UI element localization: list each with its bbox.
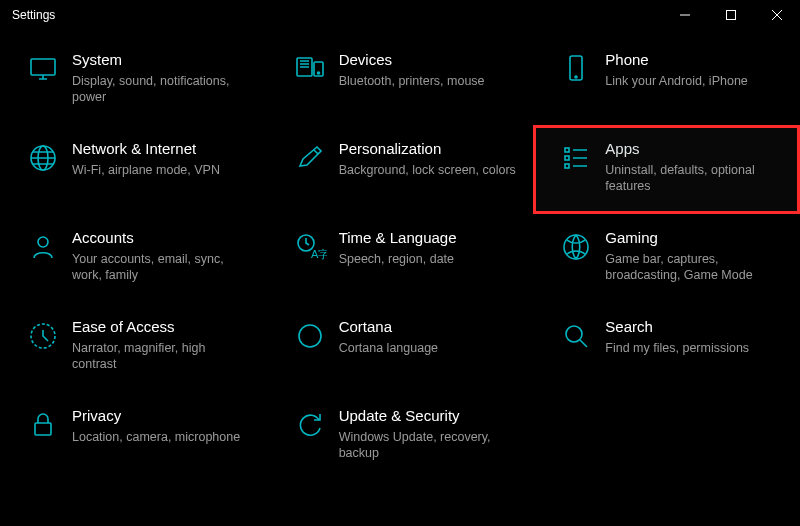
tile-gaming[interactable]: Gaming Game bar, captures, broadcasting,…: [533, 214, 800, 303]
search-icon: [547, 317, 605, 353]
tile-title: Privacy: [72, 406, 251, 426]
settings-grid: System Display, sound, notifications, po…: [0, 30, 800, 481]
svg-rect-9: [565, 148, 569, 152]
tile-title: System: [72, 50, 251, 70]
svg-rect-11: [565, 164, 569, 168]
tile-update[interactable]: Update & Security Windows Update, recove…: [267, 392, 534, 481]
cortana-icon: [281, 317, 339, 353]
tile-title: Update & Security: [339, 406, 518, 426]
gaming-icon: [547, 228, 605, 264]
tile-desc: Display, sound, notifications, power: [72, 73, 251, 105]
tile-privacy[interactable]: Privacy Location, camera, microphone: [0, 392, 267, 481]
tile-title: Network & Internet: [72, 139, 251, 159]
personalization-icon: [281, 139, 339, 175]
svg-rect-10: [565, 156, 569, 160]
tile-system[interactable]: System Display, sound, notifications, po…: [0, 36, 267, 125]
network-icon: [14, 139, 72, 175]
svg-text:A字: A字: [311, 248, 327, 260]
window-title: Settings: [12, 8, 55, 22]
tile-title: Ease of Access: [72, 317, 251, 337]
tile-desc: Windows Update, recovery, backup: [339, 429, 518, 461]
system-icon: [14, 50, 72, 86]
tile-time[interactable]: A字 Time & Language Speech, region, date: [267, 214, 534, 303]
svg-point-12: [38, 237, 48, 247]
svg-point-15: [564, 235, 588, 259]
tile-title: Phone: [605, 50, 784, 70]
svg-point-18: [566, 326, 582, 342]
close-button[interactable]: [754, 0, 800, 30]
svg-point-4: [317, 72, 319, 74]
svg-point-6: [575, 76, 577, 78]
tile-title: Search: [605, 317, 784, 337]
tile-desc: Link your Android, iPhone: [605, 73, 784, 89]
svg-rect-1: [31, 59, 55, 75]
minimize-button[interactable]: [662, 0, 708, 30]
tile-title: Time & Language: [339, 228, 518, 248]
tile-desc: Background, lock screen, colors: [339, 162, 518, 178]
privacy-icon: [14, 406, 72, 442]
svg-rect-19: [35, 423, 51, 435]
svg-rect-0: [727, 11, 736, 20]
tile-title: Personalization: [339, 139, 518, 159]
accounts-icon: [14, 228, 72, 264]
tile-accounts[interactable]: Accounts Your accounts, email, sync, wor…: [0, 214, 267, 303]
tile-title: Gaming: [605, 228, 784, 248]
tile-title: Cortana: [339, 317, 518, 337]
tile-ease[interactable]: Ease of Access Narrator, magnifier, high…: [0, 303, 267, 392]
tile-desc: Location, camera, microphone: [72, 429, 251, 445]
tile-title: Accounts: [72, 228, 251, 248]
tile-desc: Uninstall, defaults, optional features: [605, 162, 784, 194]
tile-desc: Your accounts, email, sync, work, family: [72, 251, 251, 283]
tile-personalization[interactable]: Personalization Background, lock screen,…: [267, 125, 534, 214]
title-bar: Settings: [0, 0, 800, 30]
tile-desc: Speech, region, date: [339, 251, 518, 267]
apps-icon: [547, 139, 605, 175]
time-language-icon: A字: [281, 228, 339, 264]
tile-desc: Game bar, captures, broadcasting, Game M…: [605, 251, 784, 283]
tile-title: Apps: [605, 139, 784, 159]
tile-desc: Bluetooth, printers, mouse: [339, 73, 518, 89]
window-controls: [662, 0, 800, 30]
devices-icon: [281, 50, 339, 86]
tile-desc: Narrator, magnifier, high contrast: [72, 340, 251, 372]
tile-desc: Find my files, permissions: [605, 340, 784, 356]
tile-desc: Cortana language: [339, 340, 518, 356]
tile-cortana[interactable]: Cortana Cortana language: [267, 303, 534, 392]
tile-network[interactable]: Network & Internet Wi-Fi, airplane mode,…: [0, 125, 267, 214]
update-security-icon: [281, 406, 339, 442]
ease-of-access-icon: [14, 317, 72, 353]
tile-title: Devices: [339, 50, 518, 70]
phone-icon: [547, 50, 605, 86]
maximize-button[interactable]: [708, 0, 754, 30]
tile-search[interactable]: Search Find my files, permissions: [533, 303, 800, 392]
tile-phone[interactable]: Phone Link your Android, iPhone: [533, 36, 800, 125]
svg-point-17: [299, 325, 321, 347]
tile-apps[interactable]: Apps Uninstall, defaults, optional featu…: [533, 125, 800, 214]
tile-desc: Wi-Fi, airplane mode, VPN: [72, 162, 251, 178]
tile-devices[interactable]: Devices Bluetooth, printers, mouse: [267, 36, 534, 125]
